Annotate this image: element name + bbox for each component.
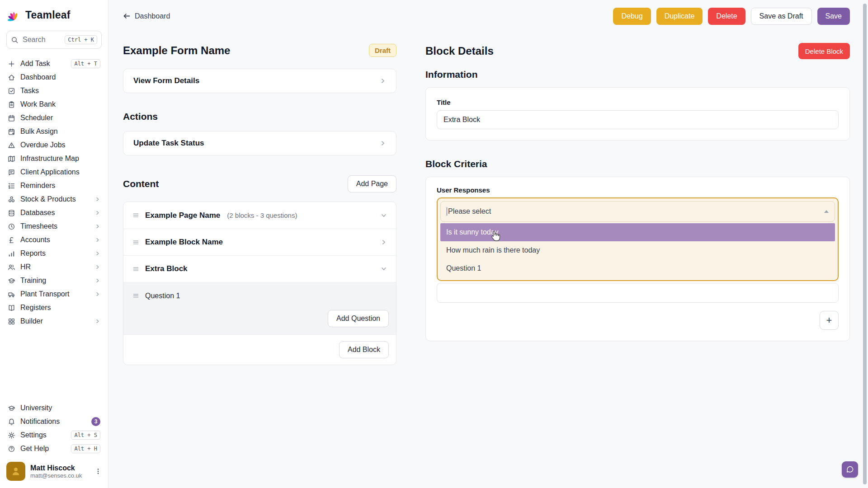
sidebar-item-bulk-assign[interactable]: Bulk Assign: [6, 125, 102, 138]
sidebar-item-client-applications[interactable]: Client Applications: [6, 165, 102, 179]
drag-handle-icon[interactable]: [132, 212, 139, 219]
sidebar-item-timesheets[interactable]: Timesheets: [6, 220, 102, 233]
sidebar-item-notifications[interactable]: Notifications 3: [6, 415, 102, 428]
chat-button[interactable]: [842, 461, 858, 478]
back-to-dashboard[interactable]: Dashboard: [123, 12, 170, 20]
save-button[interactable]: Save: [817, 8, 850, 25]
user-responses-select[interactable]: Please select: [440, 201, 835, 222]
sidebar-item-dashboard[interactable]: Dashboard: [6, 70, 102, 84]
page-row[interactable]: Example Page Name (2 blocks - 3 question…: [123, 202, 396, 229]
page-meta: (2 blocks - 3 questions): [227, 211, 297, 219]
sidebar-item-work-bank[interactable]: Work Bank: [6, 98, 102, 111]
select-placeholder: Please select: [448, 207, 491, 216]
duplicate-button[interactable]: Duplicate: [656, 8, 703, 25]
search-shortcut: Ctrl + K: [65, 35, 97, 44]
sidebar-item-label: Tasks: [20, 87, 39, 95]
user-responses-dropdown: Please select Is it sunny today: [437, 197, 839, 281]
search-input[interactable]: Search Ctrl + K: [6, 31, 102, 49]
update-task-status-row[interactable]: Update Task Status: [123, 131, 396, 155]
sidebar-item-accounts[interactable]: Accounts: [6, 233, 102, 247]
sidebar-item-stock-products[interactable]: Stock & Products: [6, 192, 102, 206]
question-row[interactable]: Question 1: [123, 282, 396, 309]
sidebar-item-plant-transport[interactable]: Plant Transport: [6, 287, 102, 301]
drag-handle-icon[interactable]: [132, 239, 139, 246]
app-logo[interactable]: Teamleaf: [7, 8, 101, 22]
title-input[interactable]: Extra Block: [437, 110, 839, 129]
user-info: Matt Hiscock matt@senses.co.uk: [30, 464, 82, 479]
sidebar-item-label: Timesheets: [20, 222, 57, 230]
sidebar-item-infrastructure-map[interactable]: Infrastructure Map: [6, 152, 102, 165]
sidebar-item-settings[interactable]: Settings Alt + S: [6, 428, 102, 442]
app-name: Teamleaf: [25, 9, 71, 21]
form-overview-column: Example Form Name Draft View Form Detail…: [123, 32, 396, 365]
sidebar-item-registers[interactable]: Registers: [6, 301, 102, 314]
sidebar-nav: Add Task Alt + T Dashboard Tasks Work Ba…: [6, 57, 102, 328]
shortcut-hint: Alt + S: [71, 431, 100, 440]
add-question-button[interactable]: Add Question: [328, 310, 389, 327]
user-profile[interactable]: Matt Hiscock matt@senses.co.uk: [6, 462, 102, 481]
sidebar-item-label: Training: [20, 277, 46, 285]
block-name: Example Block Name: [145, 238, 223, 247]
layout-grid-icon: [8, 318, 15, 325]
avatar: [6, 462, 25, 481]
criteria-input[interactable]: [437, 283, 839, 303]
page-name: Example Page Name: [145, 211, 220, 220]
sidebar-item-tasks[interactable]: Tasks: [6, 84, 102, 98]
sidebar-item-overdue-jobs[interactable]: Overdue Jobs: [6, 138, 102, 152]
user-responses-label: User Responses: [437, 186, 839, 194]
view-form-details-row[interactable]: View Form Details: [123, 69, 396, 93]
sidebar-item-label: Notifications: [20, 418, 60, 426]
text-caret: [447, 207, 447, 216]
sidebar-item-add-task[interactable]: Add Task Alt + T: [6, 57, 102, 70]
kebab-menu-icon[interactable]: [94, 468, 102, 475]
dropdown-option[interactable]: How much rain is there today: [440, 241, 835, 259]
sidebar-item-university[interactable]: University: [6, 401, 102, 415]
topbar-actions: Debug Duplicate Delete Save as Draft Sav…: [613, 8, 850, 25]
dropdown-option[interactable]: Question 1: [440, 259, 835, 277]
sidebar-item-label: Overdue Jobs: [20, 141, 66, 149]
content-list: Example Page Name (2 blocks - 3 question…: [123, 202, 396, 365]
block-row[interactable]: Example Block Name: [123, 229, 396, 255]
delete-block-button[interactable]: Delete Block: [798, 43, 850, 59]
alert-triangle-icon: [8, 141, 15, 149]
scrollbar[interactable]: [863, 4, 867, 484]
title-field-label: Title: [437, 99, 839, 106]
delete-button[interactable]: Delete: [708, 8, 745, 25]
sidebar-item-scheduler[interactable]: Scheduler: [6, 111, 102, 125]
debug-button[interactable]: Debug: [613, 8, 651, 25]
question-name: Question 1: [145, 292, 180, 300]
chevron-right-icon: [95, 291, 100, 297]
sidebar-item-label: Reminders: [20, 182, 55, 190]
chat-bubble-icon: [845, 465, 854, 474]
dropdown-option-highlighted[interactable]: Is it sunny today: [440, 223, 835, 241]
content-heading: Content: [123, 178, 159, 189]
sidebar-item-get-help[interactable]: Get Help Alt + H: [6, 442, 102, 455]
add-page-button[interactable]: Add Page: [348, 175, 396, 192]
app-root: Teamleaf Search Ctrl + K Add Task Alt + …: [0, 0, 868, 488]
save-as-draft-button[interactable]: Save as Draft: [751, 8, 812, 25]
chevron-up-icon: [824, 210, 829, 213]
sidebar-item-label: Work Bank: [20, 100, 56, 108]
block-row[interactable]: Extra Block: [123, 255, 396, 282]
chevron-right-icon: [95, 264, 100, 270]
database-icon: [8, 209, 15, 217]
add-criteria-button[interactable]: +: [820, 311, 839, 330]
sidebar-item-databases[interactable]: Databases: [6, 206, 102, 220]
sidebar-item-reports[interactable]: Reports: [6, 247, 102, 260]
sidebar-item-label: Databases: [20, 209, 55, 217]
sidebar-item-hr[interactable]: HR: [6, 260, 102, 274]
pound-icon: [8, 236, 15, 244]
sidebar-item-label: Reports: [20, 249, 46, 258]
search-icon: [11, 36, 19, 44]
back-arrow-icon: [123, 12, 131, 20]
status-badge: Draft: [369, 44, 396, 57]
chevron-down-icon: [381, 212, 387, 219]
drag-handle-icon[interactable]: [132, 266, 139, 272]
sidebar-item-reminders[interactable]: Reminders: [6, 179, 102, 192]
sidebar-item-training[interactable]: Training: [6, 274, 102, 287]
drag-handle-icon[interactable]: [132, 292, 139, 299]
add-block-button[interactable]: Add Block: [339, 341, 389, 358]
sidebar-item-builder[interactable]: Builder: [6, 314, 102, 328]
chevron-right-icon: [380, 140, 386, 146]
sidebar-item-label: Infrastructure Map: [20, 155, 79, 163]
